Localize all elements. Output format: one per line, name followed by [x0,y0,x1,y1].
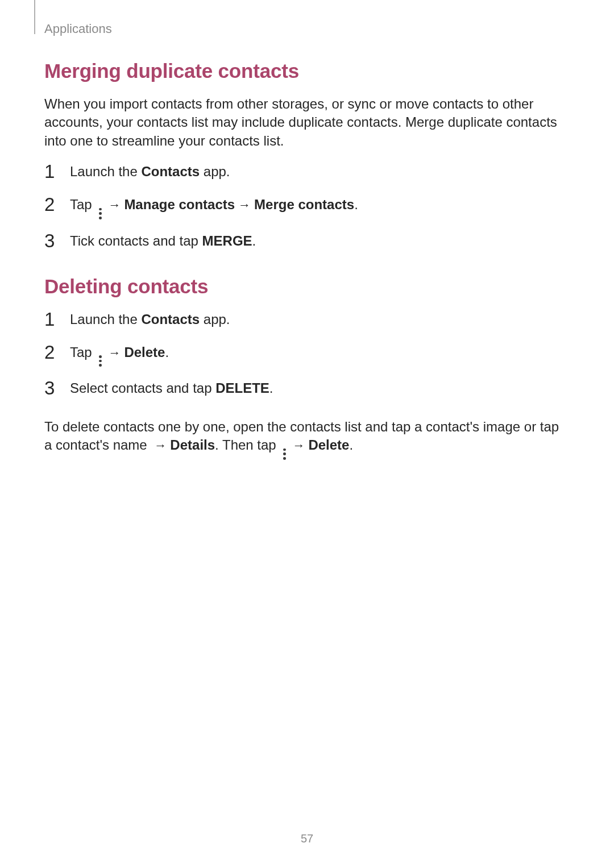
page-content: Merging duplicate contacts When you impo… [44,60,567,460]
app-name: Contacts [141,164,200,179]
button-label: MERGE [202,233,252,248]
para-text: . [349,437,353,452]
page-number: 57 [0,832,614,845]
app-name: Contacts [141,312,200,327]
header-section-label: Applications [44,22,112,36]
merging-step-3: Tick contacts and tap MERGE. [44,232,567,252]
section-title-deleting: Deleting contacts [44,275,567,298]
step-text: Tap [70,197,96,212]
deleting-post-paragraph: To delete contacts one by one, open the … [44,418,567,460]
step-text: Tap [70,344,96,360]
step-text: app. [200,312,230,327]
arrow-icon: → [108,344,121,362]
more-options-icon [282,448,287,460]
menu-item: Delete [124,344,165,360]
step-text: . [354,197,358,212]
step-text: Tick contacts and tap [70,233,202,248]
more-options-icon [98,355,102,367]
arrow-icon: → [238,197,251,214]
section-title-merging: Merging duplicate contacts [44,60,567,82]
menu-item: Merge contacts [254,197,354,212]
deleting-step-1: Launch the Contacts app. [44,310,567,331]
merging-step-1: Launch the Contacts app. [44,163,567,183]
deleting-step-3: Select contacts and tap DELETE. [44,379,567,400]
merging-intro-paragraph: When you import contacts from other stor… [44,95,567,150]
arrow-icon: → [154,437,167,454]
menu-item: Manage contacts [124,197,235,212]
step-text: app. [200,164,230,179]
button-label: DELETE [215,380,269,396]
step-text: . [165,344,169,360]
more-options-icon [98,208,102,219]
para-text: . Then tap [215,437,280,452]
arrow-icon: → [108,197,121,214]
merging-steps-list: Launch the Contacts app. Tap →Manage con… [44,163,567,252]
step-text: . [269,380,273,396]
step-text: . [252,233,256,248]
menu-item: Delete [308,437,349,452]
menu-item: Details [170,437,215,452]
step-text: Launch the [70,312,141,327]
arrow-icon: → [292,437,305,454]
merging-step-2: Tap →Manage contacts→Merge contacts. [44,196,567,219]
step-text: Launch the [70,164,141,179]
deleting-step-2: Tap →Delete. [44,343,567,367]
step-text: Select contacts and tap [70,380,215,396]
page-rule [34,0,35,34]
deleting-steps-list: Launch the Contacts app. Tap →Delete. Se… [44,310,567,400]
